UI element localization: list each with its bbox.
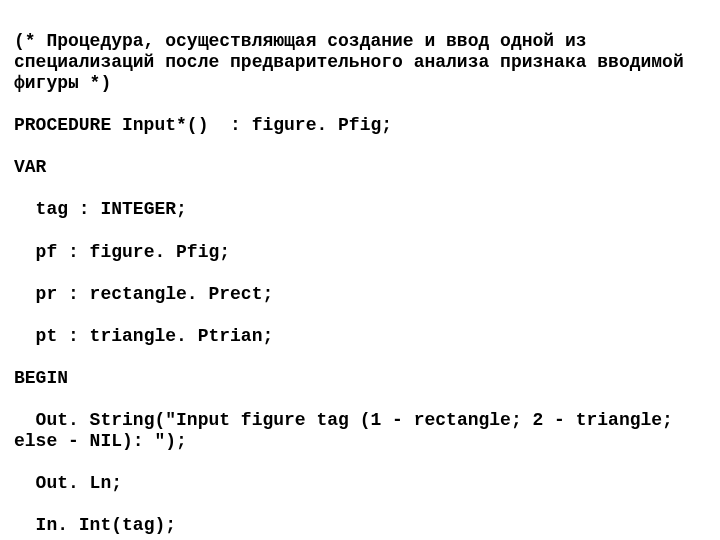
code-line: tag : INTEGER; [14, 199, 706, 220]
code-line: VAR [14, 157, 706, 178]
code-line: pt : triangle. Ptrian; [14, 326, 706, 347]
code-line: BEGIN [14, 368, 706, 389]
code-line: pf : figure. Pfig; [14, 242, 706, 263]
code-line: pr : rectangle. Prect; [14, 284, 706, 305]
code-listing: (* Процедура, осуществляющая создание и … [0, 0, 720, 540]
code-line: Out. String("Input figure tag (1 - recta… [14, 410, 706, 452]
code-line: PROCEDURE Input*() : figure. Pfig; [14, 115, 706, 136]
code-line: In. Int(tag); [14, 515, 706, 536]
code-line: (* Процедура, осуществляющая создание и … [14, 31, 706, 94]
code-line: Out. Ln; [14, 473, 706, 494]
